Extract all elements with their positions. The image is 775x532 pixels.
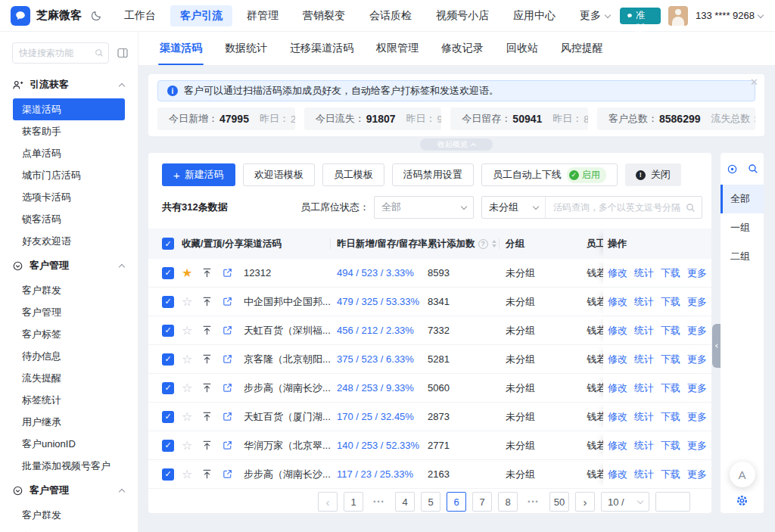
share-icon[interactable] bbox=[222, 440, 233, 451]
action-more[interactable]: 更多 bbox=[687, 353, 707, 366]
avatar[interactable] bbox=[668, 6, 688, 26]
daily-stats-link[interactable]: 456 / 212 / 2.33% bbox=[337, 325, 428, 336]
close-feature-button[interactable]: !关闭 bbox=[625, 163, 681, 186]
auto-online-button[interactable]: 员工自动上下线 ✓启用 bbox=[481, 163, 618, 186]
page-button[interactable]: 5 bbox=[421, 492, 440, 512]
share-icon[interactable] bbox=[222, 468, 233, 480]
page-button[interactable]: 8 bbox=[498, 492, 518, 512]
action-statistics[interactable]: 统计 bbox=[634, 439, 654, 453]
sidebar-menu-item[interactable]: 客户群发 bbox=[13, 504, 125, 526]
sidebar-menu-item[interactable]: 客户管理 bbox=[13, 526, 125, 532]
staff-template-button[interactable]: 员工模板 bbox=[322, 163, 384, 186]
sidebar-menu-item[interactable]: 客户群发 bbox=[13, 279, 125, 301]
panel-toggle-icon[interactable] bbox=[117, 47, 129, 59]
share-icon[interactable] bbox=[222, 325, 233, 336]
page-button[interactable]: 1 bbox=[344, 492, 363, 512]
seat-status-select[interactable]: 全部 bbox=[374, 196, 474, 219]
sidebar-menu-item[interactable]: 客户标签 bbox=[13, 323, 125, 345]
sort-icon[interactable] bbox=[492, 240, 496, 247]
page-jump-input[interactable] bbox=[655, 492, 690, 512]
action-statistics[interactable]: 统计 bbox=[634, 266, 654, 280]
sidebar-menu-item[interactable]: 用户继承 bbox=[13, 411, 125, 433]
tab[interactable]: 权限管理 bbox=[376, 32, 419, 65]
tab[interactable]: 回收站 bbox=[506, 32, 538, 65]
target-icon[interactable] bbox=[727, 163, 738, 175]
close-icon[interactable]: ✕ bbox=[750, 76, 758, 89]
qr-name[interactable]: 步步高（湖南长沙... bbox=[244, 468, 337, 481]
sidebar-menu-item[interactable]: 点单活码 bbox=[13, 142, 125, 164]
row-checkbox[interactable]: ✓ bbox=[162, 468, 174, 481]
group-tab-item[interactable]: 二组 bbox=[721, 242, 764, 271]
sidebar-section-customer-mgmt[interactable]: 客户管理 bbox=[0, 252, 138, 279]
sidebar-menu-item[interactable]: 锁客活码 bbox=[13, 208, 125, 230]
daily-stats-link[interactable]: 375 / 523 / 6.33% bbox=[337, 353, 428, 365]
action-statistics[interactable]: 统计 bbox=[634, 410, 654, 424]
sidebar-menu-item[interactable]: 批量添加视频号客户 bbox=[13, 455, 125, 477]
page-size-select[interactable]: 10 / bbox=[601, 492, 649, 512]
qr-search-input[interactable] bbox=[546, 197, 702, 218]
page-button[interactable]: 50 bbox=[549, 492, 569, 512]
nav-item[interactable]: 工作台 bbox=[114, 5, 166, 26]
collapse-overview-button[interactable]: 收起概览 bbox=[420, 138, 493, 151]
nav-item[interactable]: 会话质检 bbox=[359, 5, 422, 26]
pin-top-icon[interactable] bbox=[201, 411, 213, 422]
action-edit[interactable]: 修改 bbox=[608, 439, 627, 453]
action-more[interactable]: 更多 bbox=[687, 324, 707, 338]
action-more[interactable]: 更多 bbox=[687, 468, 707, 481]
share-icon[interactable] bbox=[222, 382, 233, 394]
tab[interactable]: 修改记录 bbox=[441, 32, 484, 65]
nav-item[interactable]: 更多 bbox=[570, 5, 620, 26]
action-download[interactable]: 下载 bbox=[661, 324, 680, 338]
nav-item[interactable]: 视频号小店 bbox=[426, 5, 499, 26]
favorite-star-icon[interactable]: ☆ bbox=[182, 382, 192, 394]
row-checkbox[interactable]: ✓ bbox=[162, 296, 174, 308]
favorite-star-icon[interactable]: ☆ bbox=[182, 411, 192, 423]
qr-disable-settings-button[interactable]: 活码禁用设置 bbox=[392, 163, 474, 186]
action-download[interactable]: 下载 bbox=[661, 353, 680, 366]
favorite-star-icon[interactable]: ☆ bbox=[182, 468, 192, 481]
tab[interactable]: 数据统计 bbox=[225, 32, 267, 65]
action-download[interactable]: 下载 bbox=[661, 468, 680, 481]
qr-name[interactable]: 京客隆（北京朝阳... bbox=[244, 353, 337, 366]
sidebar-section-customer-mgmt-2[interactable]: 客户管理 bbox=[0, 477, 138, 504]
share-icon[interactable] bbox=[222, 411, 233, 422]
row-checkbox[interactable]: ✓ bbox=[162, 411, 174, 423]
tab[interactable]: 风控提醒 bbox=[561, 32, 603, 65]
action-statistics[interactable]: 统计 bbox=[634, 381, 654, 395]
tab[interactable]: 渠道活码 bbox=[160, 32, 202, 65]
favorite-star-icon[interactable]: ☆ bbox=[182, 296, 192, 308]
prev-page-button[interactable]: ‹ bbox=[318, 492, 338, 512]
qr-name[interactable]: 华润万家（北京翠... bbox=[244, 439, 337, 453]
daily-stats-link[interactable]: 117 / 23 / 25.33% bbox=[337, 468, 428, 480]
action-download[interactable]: 下载 bbox=[661, 381, 680, 395]
theme-toggle-icon[interactable] bbox=[91, 10, 102, 21]
action-edit[interactable]: 修改 bbox=[608, 353, 627, 366]
qr-name[interactable]: 12312 bbox=[244, 267, 337, 278]
version-badge[interactable]: 标准版 bbox=[620, 8, 661, 24]
daily-stats-link[interactable]: 170 / 25 / 32.45% bbox=[337, 411, 428, 422]
qr-name[interactable]: 天虹百货（深圳福... bbox=[244, 324, 337, 338]
select-all-checkbox[interactable]: ✓ bbox=[162, 238, 174, 250]
qr-name[interactable]: 天虹百货（厦门湖... bbox=[244, 410, 337, 424]
panel-collapse-handle[interactable] bbox=[712, 324, 721, 368]
qr-name[interactable]: 步步高（湖南长沙... bbox=[244, 381, 337, 395]
row-checkbox[interactable]: ✓ bbox=[162, 353, 174, 366]
sidebar-menu-item[interactable]: 获客助手 bbox=[13, 120, 125, 142]
row-checkbox[interactable]: ✓ bbox=[162, 267, 174, 279]
sidebar-menu-item[interactable]: 客户unionID bbox=[13, 433, 125, 455]
action-more[interactable]: 更多 bbox=[687, 439, 707, 453]
action-statistics[interactable]: 统计 bbox=[634, 295, 654, 309]
sidebar-menu-item[interactable]: 流失提醒 bbox=[13, 367, 125, 389]
welcome-template-button[interactable]: 欢迎语模板 bbox=[243, 163, 315, 186]
row-checkbox[interactable]: ✓ bbox=[162, 440, 174, 452]
action-statistics[interactable]: 统计 bbox=[634, 468, 654, 481]
page-button[interactable]: 7 bbox=[472, 492, 492, 512]
page-button[interactable]: 6 bbox=[447, 492, 466, 512]
pin-top-icon[interactable] bbox=[201, 353, 213, 365]
new-qr-button[interactable]: +新建活码 bbox=[162, 163, 235, 186]
sidebar-menu-item[interactable]: 城市门店活码 bbox=[13, 164, 125, 186]
action-edit[interactable]: 修改 bbox=[608, 324, 627, 338]
sidebar-menu-item[interactable]: 渠道活码 bbox=[13, 98, 125, 120]
action-edit[interactable]: 修改 bbox=[608, 295, 627, 309]
action-edit[interactable]: 修改 bbox=[608, 266, 627, 280]
